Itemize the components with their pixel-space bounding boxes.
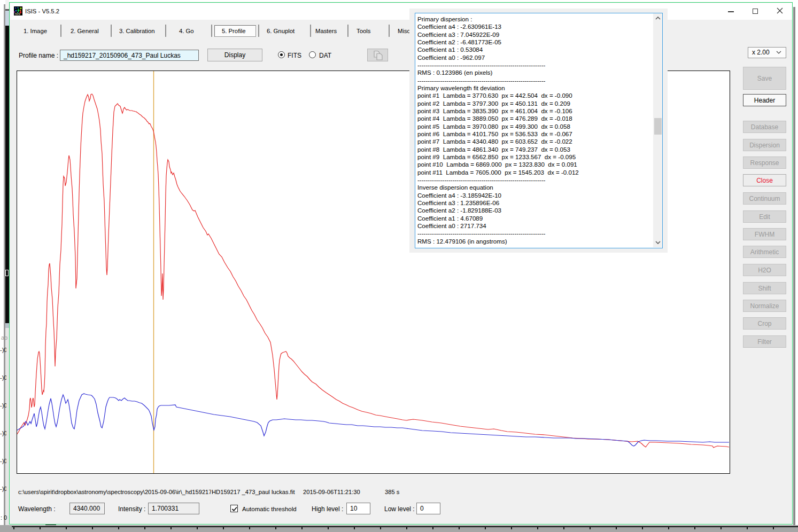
svg-text:ISIS: ISIS bbox=[15, 12, 21, 15]
